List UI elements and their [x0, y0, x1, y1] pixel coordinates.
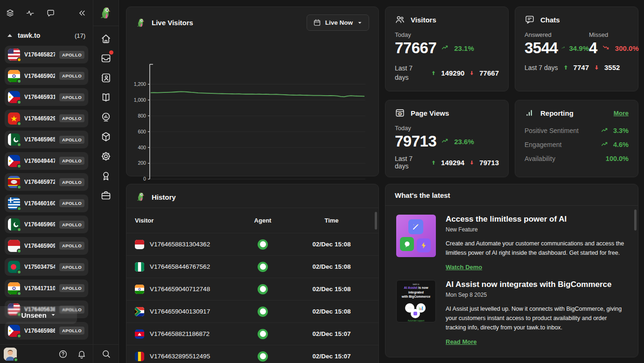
- visitor-list-item[interactable]: V176465902...APOLLO: [5, 67, 88, 85]
- history-row[interactable]: V176463289551249502/Dec 15:07: [126, 345, 378, 363]
- bigcommerce-thumbnail: tawk.toAI Assist is now integratedwith B…: [396, 280, 436, 322]
- gear-nav-icon[interactable]: [100, 151, 112, 161]
- svg-text:1,200: 1,200: [134, 82, 146, 87]
- contacts-nav-icon[interactable]: [100, 72, 112, 83]
- visitor-list-item[interactable]: V176465969...APOLLO: [5, 216, 88, 233]
- visitor-list-item[interactable]: V176460160...APOLLO: [5, 195, 88, 212]
- visitor-id: V175034754...: [24, 264, 55, 270]
- search-button[interactable]: [93, 344, 119, 363]
- lightning-icon: [417, 238, 431, 252]
- arrow-up-icon: [431, 70, 436, 77]
- svg-text:0: 0: [143, 176, 146, 182]
- cube-nav-icon[interactable]: [100, 131, 112, 141]
- visitor-list-item[interactable]: V176465986...APOLLO: [5, 322, 88, 340]
- history-row[interactable]: V176465882118687202/Dec 15:07: [126, 322, 378, 345]
- visitor-id: V176465929...: [24, 115, 55, 122]
- parrot-icon: [136, 192, 146, 202]
- collapse-section-icon: [7, 34, 12, 37]
- reporting-metric-label: Positive Sentiment: [525, 127, 579, 134]
- news-link[interactable]: Watch Demo: [446, 264, 482, 271]
- visitor-list-item[interactable]: V176465929...APOLLO: [5, 110, 88, 127]
- last7-label: Last 7 days: [525, 64, 558, 71]
- visitor-list-item[interactable]: V176465972...APOLLO: [5, 173, 88, 191]
- history-time: 02/Dec 15:07: [293, 353, 370, 360]
- reporting-row: Positive Sentiment3.3%: [515, 124, 638, 138]
- chats-last7-up: 7747: [574, 63, 589, 71]
- trend-up-icon: [600, 141, 610, 148]
- reporting-more-link[interactable]: More: [614, 110, 629, 117]
- chat-icon[interactable]: [46, 8, 55, 18]
- notification-badge: [109, 50, 113, 55]
- history-row[interactable]: V176465904071274802/Dec 15:08: [126, 278, 378, 300]
- trend-up-icon: [600, 127, 610, 134]
- visitor-list-item[interactable]: V176465965...APOLLO: [5, 131, 88, 148]
- property-logo-parrot[interactable]: [93, 0, 119, 26]
- collapse-icon[interactable]: [77, 8, 86, 18]
- sidebar-toolbar: [0, 0, 93, 26]
- flag-ph-icon: [8, 155, 20, 167]
- visitor-list-item[interactable]: V176465827...APOLLO: [5, 46, 88, 63]
- visitor-list-item[interactable]: V176465931...APOLLO: [5, 88, 88, 106]
- history-row[interactable]: V176465844676756202/Dec 15:08: [126, 255, 378, 278]
- user-avatar[interactable]: [4, 348, 17, 361]
- flag-ng-icon: [135, 262, 144, 272]
- flag-ph-icon: [8, 91, 20, 103]
- home-nav-icon[interactable]: [100, 33, 112, 43]
- visitor-list-item[interactable]: V175034754...APOLLO: [5, 258, 88, 276]
- history-row[interactable]: V176465904013091702/Dec 15:08: [126, 300, 378, 322]
- latest-scrollbar[interactable]: [634, 209, 637, 230]
- history-time: 02/Dec 15:08: [293, 263, 370, 270]
- property-header[interactable]: tawk.to (17): [0, 26, 93, 45]
- unseen-filter-button[interactable]: Unseen: [0, 306, 77, 324]
- help-icon[interactable]: [58, 349, 68, 359]
- page-views-change: 23.6%: [454, 138, 474, 146]
- visitor-id: V176465827...: [24, 51, 55, 58]
- reporting-metric-value: 100.0%: [606, 155, 629, 162]
- visitor-list-item[interactable]: V176049447...APOLLO: [5, 152, 88, 170]
- flag-us-icon: [8, 49, 20, 61]
- agent-avatar: [258, 307, 268, 317]
- history-scrollbar[interactable]: [375, 212, 377, 230]
- history-visitor-id: V1764658446767562: [150, 263, 210, 270]
- time-range-value: Live Now: [325, 19, 353, 26]
- status-dot: [17, 164, 21, 168]
- history-row[interactable]: V176465883130436202/Dec 15:08: [126, 233, 378, 255]
- briefcase-nav-icon[interactable]: [100, 190, 112, 200]
- agent-avatar: [258, 351, 268, 362]
- reporting-card: Reporting More Positive Sentiment3.3%Eng…: [515, 100, 638, 177]
- live-visitors-chart: 02004006008001,0001,200: [126, 36, 378, 192]
- magic-wand-icon: [408, 219, 423, 234]
- status-dot: [17, 206, 21, 211]
- news-link[interactable]: Read More: [446, 338, 476, 345]
- apollo-badge: APOLLO: [59, 327, 84, 335]
- pv-last7-down: 79713: [479, 159, 499, 167]
- monitoring-nav-icon[interactable]: [100, 112, 112, 122]
- latest-items: Access the limitless power of AINew Feat…: [385, 206, 638, 346]
- flag-za-icon: [135, 307, 144, 316]
- visitor-list-item[interactable]: V176417110...APOLLO: [5, 279, 88, 297]
- history-time: 02/Dec 15:07: [293, 330, 370, 337]
- inbox-nav-icon[interactable]: [100, 53, 112, 63]
- book-nav-icon[interactable]: [100, 92, 112, 102]
- agent-avatar: [258, 329, 268, 339]
- award-nav-icon[interactable]: [100, 170, 112, 181]
- apollo-badge: APOLLO: [59, 72, 84, 80]
- bar-chart-icon: [525, 108, 535, 118]
- visitors-today-value: 77667: [395, 39, 436, 57]
- line-chart-svg: 02004006008001,0001,200: [129, 38, 373, 192]
- visitors-title: Visitors: [411, 16, 436, 24]
- layers-icon[interactable]: [6, 8, 14, 18]
- dashboard-main: Live Visitors Live Now 02004006008001,00…: [119, 0, 644, 363]
- visitor-list-item[interactable]: V176465909...APOLLO: [5, 237, 88, 255]
- activity-icon[interactable]: [26, 8, 35, 18]
- status-dot: [17, 185, 21, 189]
- time-range-dropdown[interactable]: Live Now: [307, 14, 369, 31]
- visitor-id: V176417110...: [24, 285, 55, 292]
- svg-text:1,000: 1,000: [134, 98, 146, 103]
- bell-icon[interactable]: [77, 349, 86, 359]
- last7-label: Last 7 days: [395, 63, 419, 83]
- reporting-metric-value: 3.3%: [613, 127, 629, 134]
- pv-last7-up: 149294: [441, 159, 464, 167]
- history-visitor-id: V1764659040130917: [150, 308, 210, 315]
- chat-icon: [400, 237, 414, 251]
